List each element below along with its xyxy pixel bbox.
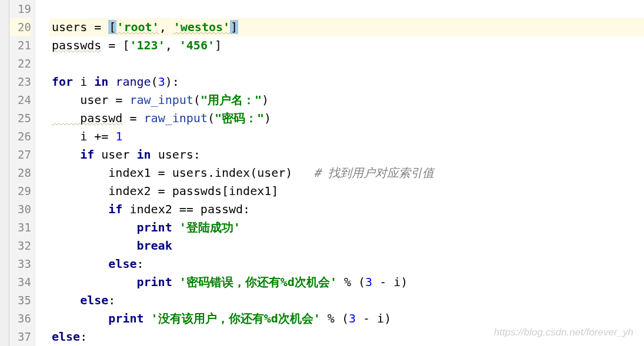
number: 3 xyxy=(349,311,356,325)
builtin-range: range xyxy=(115,75,151,89)
code-line[interactable]: users = ['root', 'westos'] xyxy=(49,18,644,36)
paren: ) xyxy=(262,93,269,107)
keyword-if: if xyxy=(52,202,122,216)
code-line[interactable]: for i in range(3): xyxy=(49,73,644,91)
operator: = xyxy=(122,111,144,125)
code-line[interactable]: if index2 == passwd: xyxy=(49,200,644,219)
line-number: 30 xyxy=(9,200,31,219)
code-line[interactable]: index2 = passwds[index1] xyxy=(49,182,644,200)
code-line[interactable]: i += 1 xyxy=(49,127,644,146)
line-number-gutter: 19 20 21 22 23 24 25 26 27 28 29 30 31 3… xyxy=(9,0,35,346)
code-line[interactable]: if user in users: xyxy=(49,146,644,164)
text xyxy=(108,75,115,89)
text: user = xyxy=(52,93,129,107)
code-line[interactable]: print '密码错误，你还有%d次机会' % (3 - i) xyxy=(49,273,644,291)
line-number: 29 xyxy=(9,182,31,200)
code-line[interactable]: index1 = users.index(user) # 找到用户对应索引值 xyxy=(49,164,644,182)
operator: = [ xyxy=(101,38,129,52)
line-number: 22 xyxy=(9,55,31,73)
code-line[interactable]: break xyxy=(49,237,644,255)
code-line[interactable]: user = raw_input("用户名：") xyxy=(49,91,644,109)
text: - i) xyxy=(372,275,408,289)
string-literal: "密码：" xyxy=(215,111,264,125)
string-literal: '没有该用户，你还有%d次机会' xyxy=(151,311,321,325)
line-number: 23 xyxy=(9,73,31,91)
text: user xyxy=(94,147,136,162)
line-number: 19 xyxy=(9,0,31,18)
identifier: passwd xyxy=(52,111,122,125)
comma: , xyxy=(165,38,179,52)
code-line[interactable]: print '登陆成功' xyxy=(49,219,644,237)
line-number: 33 xyxy=(9,255,31,273)
text: index2 = passwds[index1] xyxy=(52,184,278,198)
code-content[interactable]: users = ['root', 'westos'] passwds = ['1… xyxy=(49,0,644,346)
line-number: 25 xyxy=(9,109,31,127)
number: 1 xyxy=(115,129,122,143)
selection-bracket: [ xyxy=(108,20,116,34)
line-number: 36 xyxy=(9,310,31,328)
keyword-print: print xyxy=(137,275,172,289)
string-literal: "用户名：" xyxy=(201,93,262,107)
text: i += xyxy=(52,129,115,143)
string-literal: '123' xyxy=(129,38,165,52)
operator: = xyxy=(87,20,108,34)
keyword-print: print xyxy=(108,311,144,325)
colon: : xyxy=(137,257,144,271)
code-editor[interactable]: 19 20 21 22 23 24 25 26 27 28 29 30 31 3… xyxy=(0,0,644,346)
line-number: 32 xyxy=(9,237,31,255)
watermark-text: https://blog.csdn.net/forever_yh xyxy=(494,323,633,341)
indent xyxy=(52,293,80,307)
text: - i) xyxy=(356,311,391,325)
space xyxy=(172,275,179,289)
paren: ( xyxy=(193,93,201,107)
keyword-else: else xyxy=(80,293,108,307)
line-number: 37 xyxy=(9,328,31,346)
indent xyxy=(52,311,108,325)
space xyxy=(172,220,179,234)
indent xyxy=(52,220,137,234)
paren: ): xyxy=(165,75,179,89)
keyword-in: in xyxy=(94,75,108,89)
identifier: passwds xyxy=(52,38,101,52)
function-call: raw_input xyxy=(144,111,208,125)
line-number: 20 xyxy=(9,18,31,36)
line-number: 31 xyxy=(9,219,31,237)
code-line[interactable]: passwds = ['123', '456'] xyxy=(49,36,644,55)
text: users: xyxy=(151,147,201,162)
paren: ( xyxy=(208,111,215,125)
identifier: users xyxy=(52,20,87,34)
string-literal: 'root' xyxy=(116,20,159,34)
number: 3 xyxy=(365,275,372,289)
keyword-else: else xyxy=(52,330,80,344)
string-literal: '登陆成功' xyxy=(179,220,241,234)
space xyxy=(144,311,151,325)
code-line[interactable]: passwd = raw_input("密码：") xyxy=(49,109,644,127)
indent xyxy=(52,257,108,271)
text: index2 == passwd: xyxy=(122,202,250,216)
line-number: 24 xyxy=(9,91,31,109)
string-literal: 'westos' xyxy=(173,20,230,34)
text: index1 = users.index(user) xyxy=(52,166,314,180)
code-line[interactable] xyxy=(49,55,644,73)
line-number: 35 xyxy=(9,291,31,310)
bracket: ] xyxy=(215,38,222,52)
line-number: 21 xyxy=(9,36,31,55)
keyword-print: print xyxy=(137,220,172,234)
line-number: 27 xyxy=(9,146,31,164)
code-line[interactable]: else: xyxy=(49,255,644,273)
keyword-in: in xyxy=(137,147,151,162)
code-line[interactable] xyxy=(49,0,644,18)
text: % ( xyxy=(321,311,349,325)
string-literal: '456' xyxy=(179,38,215,52)
function-call: raw_input xyxy=(129,93,193,107)
text: i xyxy=(73,75,94,89)
keyword-for: for xyxy=(52,75,73,89)
comment: # 找到用户对应索引值 xyxy=(314,166,434,180)
code-line[interactable]: else: xyxy=(49,291,644,310)
line-number: 26 xyxy=(9,127,31,146)
selection-bracket: ] xyxy=(230,20,238,34)
keyword-break: break xyxy=(137,238,172,253)
string-literal: '密码错误，你还有%d次机会' xyxy=(179,275,337,289)
number: 3 xyxy=(158,75,165,89)
colon: : xyxy=(108,293,115,307)
